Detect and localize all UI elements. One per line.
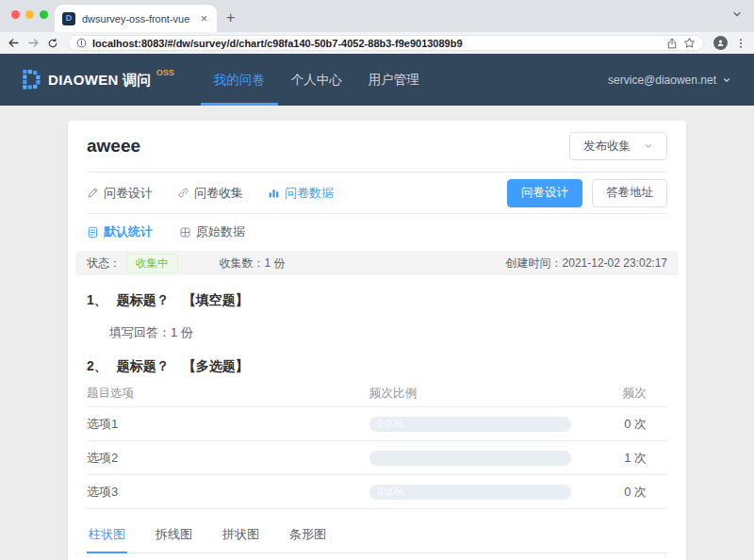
bar-chart-icon — [268, 187, 280, 199]
main-menu: 我的问卷 个人中心 用户管理 — [201, 54, 433, 106]
tab-survey-design[interactable]: 问卷设计 — [87, 185, 153, 202]
url-text: localhost:8083/#/dw/survey/d/chart/c98fa… — [92, 38, 661, 49]
tab-title: dwsurvey-oss-front-vue — [82, 13, 199, 25]
pencil-icon — [87, 187, 99, 199]
status-label: 状态： — [87, 255, 121, 272]
chart-tab-pie[interactable]: 拼状图 — [221, 522, 261, 552]
chart-type-tabs: 柱状图 拆线图 拼状图 条形图 — [87, 522, 667, 553]
table-row: 选项2 100.00% 1 次 — [87, 441, 667, 475]
window-zoom-button[interactable] — [40, 10, 48, 19]
forward-icon[interactable] — [27, 37, 40, 49]
percent-label: 100.00% — [325, 451, 362, 466]
options-table-header: 题目选项 频次比例 频次 — [87, 381, 667, 407]
bookmark-star-icon[interactable] — [683, 37, 696, 49]
browser-tabstrip: D dwsurvey-oss-front-vue × + — [0, 0, 754, 32]
survey-design-button[interactable]: 问卷设计 — [507, 179, 582, 207]
browser-window: D dwsurvey-oss-front-vue × + localhost:8… — [0, 0, 754, 560]
url-bar[interactable]: localhost:8083/#/dw/survey/d/chart/c98fa… — [68, 35, 704, 51]
progress-bar: 100.00% — [369, 451, 571, 466]
created-time: 创建时间：2021-12-02 23:02:17 — [506, 255, 667, 272]
back-icon[interactable] — [8, 37, 20, 49]
window-close-button[interactable] — [11, 10, 20, 19]
brand-name: DIAOWEN 调问 — [48, 70, 152, 91]
data-subtabs-row: 默认统计 原始数据 — [87, 214, 667, 246]
card-header: aweee 发布收集 — [87, 121, 667, 173]
chart-tab-line[interactable]: 拆线图 — [154, 522, 194, 552]
site-favicon: D — [62, 12, 75, 25]
chevron-down-icon — [722, 75, 731, 85]
menu-item-my-surveys[interactable]: 我的问卷 — [201, 54, 278, 106]
status-bar: 状态： 收集中 收集数：1 份 创建时间：2021-12-02 23:02:17 — [75, 251, 679, 275]
question-1-title: 1、题标题？【填空题】 — [87, 292, 667, 309]
browser-menu-kebab-icon[interactable] — [735, 38, 746, 49]
table-row: 选项1 0.00% 0 次 — [87, 407, 667, 441]
share-icon[interactable] — [666, 38, 678, 49]
chevron-down-icon — [644, 141, 653, 151]
publish-collect-button[interactable]: 发布收集 — [569, 132, 667, 160]
chart-tab-bar[interactable]: 条形图 — [287, 522, 328, 552]
tab-close-icon[interactable]: × — [199, 12, 209, 25]
brand[interactable]: DIAOWEN 调问 OSS — [23, 70, 174, 91]
option-label: 选项3 — [87, 484, 369, 501]
brand-oss-badge: OSS — [156, 68, 174, 77]
table-row: 选项3 0.00% 0 次 — [87, 475, 667, 509]
tabs-actions: 问卷设计 答卷地址 — [507, 179, 667, 207]
tab-survey-data[interactable]: 问卷数据 — [268, 185, 334, 202]
page-body: aweee 发布收集 问卷设计 问卷收集 问卷数据 — [0, 106, 754, 560]
survey-tabs-row: 问卷设计 问卷收集 问卷数据 问卷设计 答卷地址 — [87, 173, 667, 214]
count-value: 1 次 — [577, 450, 667, 467]
account-dropdown[interactable]: service@diaowen.net — [608, 74, 731, 87]
link-icon — [177, 187, 189, 199]
subtab-raw-data[interactable]: 原始数据 — [179, 223, 245, 240]
tab-search-chevron-icon[interactable] — [731, 8, 743, 20]
survey-title: aweee — [87, 136, 569, 156]
account-email: service@diaowen.net — [608, 74, 716, 87]
percent-label: 0.00% — [377, 485, 403, 500]
progress-bar: 0.00% — [369, 485, 571, 500]
chart-tab-column[interactable]: 柱状图 — [87, 522, 127, 553]
collect-count: 收集数：1 份 — [220, 255, 286, 272]
option-label: 选项1 — [87, 416, 369, 433]
answer-url-button[interactable]: 答卷地址 — [592, 179, 667, 207]
question-2-title: 2、题标题？【多选题】 — [87, 358, 667, 375]
status-badge: 收集中 — [126, 254, 178, 273]
menu-item-user-management[interactable]: 用户管理 — [355, 54, 433, 106]
tab-survey-collect[interactable]: 问卷收集 — [177, 185, 243, 202]
browser-toolbar: localhost:8083/#/dw/survey/d/chart/c98fa… — [0, 32, 754, 54]
diaowen-logo-icon — [23, 70, 41, 90]
refresh-icon[interactable] — [47, 38, 58, 49]
menu-item-personal-center[interactable]: 个人中心 — [278, 54, 355, 106]
page-info-icon[interactable] — [76, 38, 87, 48]
count-value: 0 次 — [577, 484, 667, 501]
subtab-default-stats[interactable]: 默认统计 — [87, 223, 153, 240]
data-grid-icon — [179, 226, 191, 239]
document-icon — [87, 226, 99, 239]
question-1-answer-count: 填写回答：1 份 — [109, 324, 667, 341]
count-value: 0 次 — [577, 416, 667, 433]
new-tab-button[interactable]: + — [226, 8, 235, 28]
progress-bar: 0.00% — [369, 417, 571, 432]
browser-tab[interactable]: D dwsurvey-oss-front-vue × — [55, 5, 217, 32]
app-navbar: DIAOWEN 调问 OSS 我的问卷 个人中心 用户管理 service@di… — [0, 54, 754, 106]
profile-avatar[interactable] — [713, 36, 728, 50]
options-table: 题目选项 频次比例 频次 选项1 0.00% 0 次 选项2 — [87, 381, 667, 509]
survey-card: aweee 发布收集 问卷设计 问卷收集 问卷数据 — [68, 121, 686, 560]
window-minimize-button[interactable] — [25, 10, 34, 19]
percent-label: 0.00% — [377, 417, 403, 432]
